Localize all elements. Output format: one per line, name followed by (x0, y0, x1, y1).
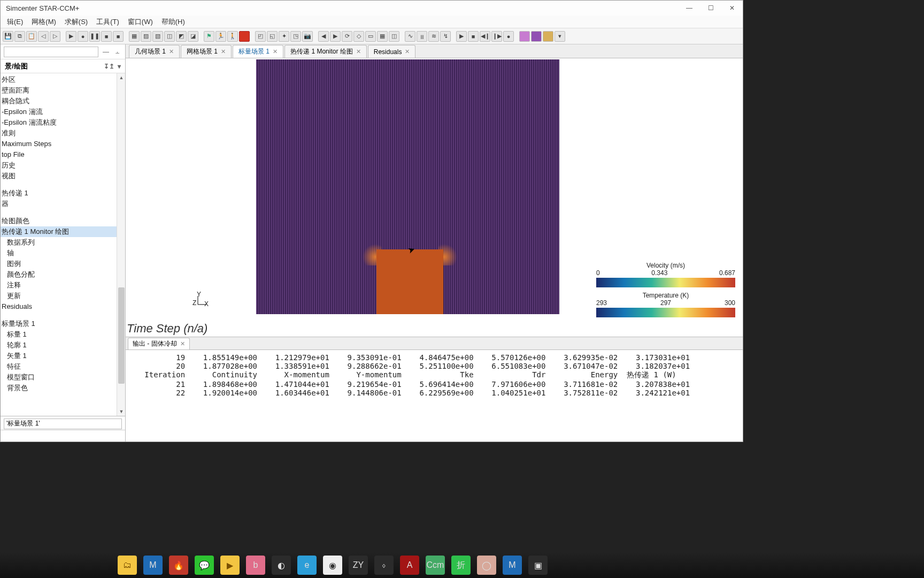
menu-edit[interactable]: 辑(E) (3, 16, 27, 28)
refresh-icon[interactable]: ⟳ (342, 31, 352, 42)
tree-node[interactable]: 颜色分配 (1, 269, 123, 280)
step-fwd-icon[interactable]: ▷ (50, 31, 60, 42)
save-icon[interactable]: 💾 (3, 31, 13, 42)
menu-window[interactable]: 窗口(W) (124, 16, 157, 28)
app-icon[interactable]: ◯ (477, 556, 496, 575)
mesh-tool6-icon[interactable]: ◪ (188, 31, 198, 42)
close-icon[interactable]: ✕ (169, 48, 174, 55)
mesh-tool-icon[interactable]: ▦ (129, 31, 140, 42)
tree-node[interactable]: 标量场景 1 (1, 318, 123, 329)
scene-viewport[interactable]: ➤ Y Z X Time Step (n/a) Velocity (m/s) 0… (126, 58, 743, 337)
menu-solve[interactable]: 求解(S) (60, 16, 92, 28)
tree-node[interactable]: 特征 (1, 361, 123, 372)
chevron-down-icon[interactable]: ▾ (118, 63, 121, 70)
scroll-up-icon[interactable]: ▲ (117, 73, 125, 82)
tree-node[interactable]: Maximum Steps (1, 139, 123, 149)
scene-tool3-icon[interactable] (543, 31, 553, 42)
solver-console[interactable]: 19 1.855149e+00 1.212979e+01 9.353091e-0… (126, 350, 743, 442)
view-rect-icon[interactable]: ▭ (365, 31, 376, 42)
tree-node[interactable]: 外区 (1, 74, 123, 85)
close-icon[interactable]: ✕ (273, 48, 278, 55)
step-back-icon[interactable]: ◁ (38, 31, 49, 42)
output-tab[interactable]: 输出 - 固体冷却✕ (128, 338, 190, 349)
scroll-thumb[interactable] (118, 287, 125, 384)
tree-node[interactable]: 矢量 1 (1, 351, 123, 361)
paste-icon[interactable]: 📋 (26, 31, 37, 42)
nav-back-icon[interactable]: ◀ (318, 31, 329, 42)
player-icon[interactable]: ▶ (220, 556, 240, 575)
terminal-icon[interactable]: ▣ (528, 556, 548, 575)
tree-node[interactable]: -Epsilon 湍流 (1, 107, 123, 117)
tree-scrollbar[interactable]: ▲ ▼ (117, 73, 125, 416)
anim-stop-icon[interactable]: ■ (468, 31, 479, 42)
render-3-icon[interactable]: ✦ (279, 31, 289, 42)
tab-residuals[interactable]: Residuals✕ (368, 45, 416, 58)
anim-next-icon[interactable]: ❙▶ (491, 31, 502, 42)
plot-1-icon[interactable]: ∿ (405, 31, 415, 42)
collapse-button[interactable]: — (102, 48, 110, 56)
record-icon[interactable]: ● (78, 31, 88, 42)
tab-heat-monitor-plot[interactable]: 热传递 1 Monitor 绘图✕ (284, 45, 367, 58)
tab-scalar-scene[interactable]: 标量场景 1✕ (233, 45, 283, 58)
view-split-icon[interactable]: ◫ (389, 31, 399, 42)
tree-node[interactable]: 轴 (1, 248, 123, 258)
mesh-tool4-icon[interactable]: ◫ (164, 31, 175, 42)
starccm-icon[interactable]: Ccm (426, 556, 445, 575)
anim-prev-icon[interactable]: ◀❙ (480, 31, 490, 42)
render-2-icon[interactable]: ◱ (267, 31, 278, 42)
scalar-field-canvas[interactable] (256, 59, 559, 314)
scroll-down-icon[interactable]: ▼ (117, 407, 125, 416)
stop2-icon[interactable]: ■ (113, 31, 124, 42)
tab-geometry-scene[interactable]: 几何场景 1✕ (129, 45, 180, 58)
mesh-tool2-icon[interactable]: ▨ (141, 31, 151, 42)
tree-node[interactable]: 耦合隐式 (1, 96, 123, 107)
scene-tool4-icon[interactable]: ▾ (555, 31, 565, 42)
mesh-tool5-icon[interactable]: ◩ (176, 31, 187, 42)
stop-icon[interactable]: ■ (101, 31, 112, 42)
tree-node[interactable]: 标量 1 (1, 329, 123, 340)
tree-node[interactable]: 视图 (1, 171, 123, 181)
plot-3-icon[interactable]: ≋ (428, 31, 439, 42)
pause-icon[interactable]: ❚❚ (89, 31, 100, 42)
view-grid-icon[interactable]: ▦ (377, 31, 388, 42)
tree-node[interactable]: 轮廓 1 (1, 340, 123, 351)
tree-node[interactable]: 更新 (1, 291, 123, 301)
app-icon[interactable]: M (503, 556, 522, 575)
plot-4-icon[interactable]: ↯ (440, 31, 451, 42)
edge-icon[interactable]: e (297, 556, 317, 575)
tree-node[interactable]: 历史 (1, 160, 123, 171)
copy-icon[interactable]: ⧉ (14, 31, 25, 42)
close-icon[interactable]: ✕ (221, 48, 226, 55)
close-icon[interactable]: ✕ (356, 48, 361, 55)
tree-node[interactable]: 背景色 (1, 383, 123, 393)
tree-node[interactable]: 绘图颜色 (1, 216, 123, 226)
tree-node[interactable]: 热传递 1 (1, 188, 123, 199)
explorer-icon[interactable]: 🗂 (118, 556, 137, 575)
minimize-button[interactable]: — (679, 1, 700, 16)
steam-icon[interactable]: ◐ (272, 556, 291, 575)
bilibili-icon[interactable]: b (246, 556, 265, 575)
stop-solve-icon[interactable] (239, 31, 250, 42)
plot-2-icon[interactable]: ⫼ (417, 31, 427, 42)
tree-node[interactable]: 数据系列 (1, 237, 123, 248)
flag-icon[interactable]: ⚑ (204, 31, 214, 42)
pin-icon[interactable]: ⫠ (113, 48, 122, 56)
property-input[interactable] (4, 419, 122, 429)
camera-icon[interactable]: 📷 (302, 31, 313, 42)
tree-node-selected[interactable]: 热传递 1 Monitor 绘图 (1, 226, 123, 237)
app-icon[interactable]: M (143, 556, 163, 575)
anim-play-icon[interactable]: ▶ (456, 31, 467, 42)
render-4-icon[interactable]: ◳ (290, 31, 301, 42)
zy-icon[interactable]: ZY (349, 556, 368, 575)
tree-node[interactable]: 准则 (1, 128, 123, 139)
tree-node[interactable]: 图例 (1, 258, 123, 269)
wechat-icon[interactable]: 💬 (195, 556, 214, 575)
tree-node[interactable]: 器 (1, 199, 123, 209)
tab-mesh-scene[interactable]: 网格场景 1✕ (181, 45, 232, 58)
render-1-icon[interactable]: ◰ (255, 31, 266, 42)
chrome-icon[interactable]: ◉ (323, 556, 342, 575)
menu-help[interactable]: 帮助(H) (157, 16, 189, 28)
app-icon[interactable]: 🔥 (169, 556, 188, 575)
tree-node[interactable]: 模型窗口 (1, 372, 123, 383)
play-icon[interactable]: ▶ (66, 31, 76, 42)
